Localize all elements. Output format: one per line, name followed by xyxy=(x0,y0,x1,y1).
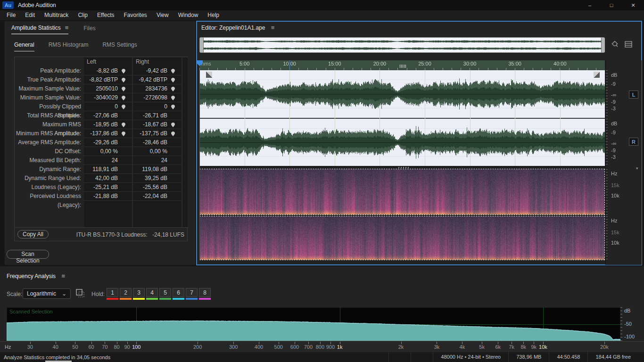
menu-help[interactable]: Help xyxy=(203,10,224,20)
menu-effects[interactable]: Effects xyxy=(92,10,119,20)
overview-left-handle[interactable] xyxy=(200,38,204,52)
ruler-tick-label: 20:00 xyxy=(369,61,390,66)
title-bar: Au Adobe Audition – □ ✕ xyxy=(0,0,644,10)
zoom-navigator-icon[interactable] xyxy=(611,40,619,49)
spectrogram-left[interactable] xyxy=(200,169,604,214)
hold-button-6[interactable]: 6 xyxy=(173,288,184,297)
copy-all-button[interactable]: Copy All xyxy=(17,230,49,239)
hold-button-5[interactable]: 5 xyxy=(159,288,171,297)
channel-button-r[interactable]: R xyxy=(629,138,638,146)
minimize-button[interactable]: – xyxy=(579,0,601,10)
app-logo-icon: Au xyxy=(2,1,14,9)
stat-value: 118,91 dB xyxy=(92,165,118,173)
location-pin-icon[interactable] xyxy=(122,95,125,100)
subtab-general[interactable]: General xyxy=(14,41,34,51)
menu-view[interactable]: View xyxy=(152,10,173,20)
menu-multitrack[interactable]: Multitrack xyxy=(40,10,73,20)
menu-file[interactable]: File xyxy=(2,10,20,20)
frequency-panel-menu-icon[interactable]: ≡ xyxy=(61,272,65,280)
hold-button-4[interactable]: 4 xyxy=(146,288,158,297)
spectral-right-selection[interactable] xyxy=(199,216,605,260)
time-ruler[interactable]: hms 5:0010:0015:0020:0025:0030:0035:0040… xyxy=(199,60,605,70)
location-pin-icon[interactable] xyxy=(122,104,125,109)
status-file-size: 738,96 MB xyxy=(508,352,549,362)
freq-tick-mark xyxy=(534,342,534,344)
location-pin-icon[interactable] xyxy=(171,131,175,136)
menu-clip[interactable]: Clip xyxy=(73,10,92,20)
editor-panel-menu-icon[interactable]: ≡ xyxy=(271,24,275,31)
location-pin-icon[interactable] xyxy=(122,68,125,73)
scan-selection-button[interactable]: Scan Selection xyxy=(7,250,49,259)
selection-handle-left-icon[interactable] xyxy=(206,72,212,78)
ruler-tick-label: 30:00 xyxy=(460,61,480,66)
location-pin-icon[interactable] xyxy=(122,122,125,127)
subtab-rms-histogram[interactable]: RMS Histogram xyxy=(49,41,89,51)
scale-value: Logarithmic xyxy=(27,290,56,297)
hold-button-7[interactable]: 7 xyxy=(186,288,198,297)
menu-bar: FileEditMultitrackClipEffectsFavoritesVi… xyxy=(0,10,644,20)
location-pin-icon[interactable] xyxy=(171,77,175,82)
location-pin-icon[interactable] xyxy=(171,86,175,91)
frequency-plot[interactable] xyxy=(7,307,620,341)
menu-edit[interactable]: Edit xyxy=(20,10,40,20)
stat-value: 2505010 xyxy=(96,84,118,93)
scanned-selection-label: Scanned Selection xyxy=(9,309,53,314)
spectral-display-options-icon[interactable] xyxy=(625,41,632,48)
spectrogram-right[interactable] xyxy=(200,216,604,260)
hold-button-8[interactable]: 8 xyxy=(199,288,211,297)
overview-right-handle[interactable] xyxy=(601,38,605,52)
freq-tick-mark xyxy=(279,342,279,344)
stats-rows: Peak Amplitude:-8,82 dB-9,42 dBTrue Peak… xyxy=(15,66,188,201)
menu-favorites[interactable]: Favorites xyxy=(119,10,152,20)
maximize-button[interactable]: □ xyxy=(601,0,622,10)
freq-tick-mark xyxy=(105,342,105,344)
location-pin-icon[interactable] xyxy=(122,86,125,91)
db-axis-ticks xyxy=(620,307,622,341)
stat-label: Maximum Sample Value: xyxy=(15,84,81,93)
location-pin-icon[interactable] xyxy=(122,77,125,82)
hz-scale-label: 15k xyxy=(611,182,619,188)
scale-label: Scale: xyxy=(7,291,22,297)
splitter-grip xyxy=(398,167,409,168)
location-pin-icon[interactable] xyxy=(171,68,175,73)
selection-handle-right-icon[interactable] xyxy=(594,72,600,78)
table-row: Dynamic Range:118,91 dB119,08 dB xyxy=(15,165,188,174)
location-pin-icon[interactable] xyxy=(122,131,125,136)
menu-window[interactable]: Window xyxy=(173,10,203,20)
freq-tick-mark xyxy=(482,342,482,344)
hold-button-1[interactable]: 1 xyxy=(107,288,118,297)
panel-menu-icon[interactable]: ≡ xyxy=(65,24,69,31)
overview-range-bar[interactable] xyxy=(199,37,605,53)
waveform-left-channel[interactable] xyxy=(199,70,605,118)
scroll-arrow-icon[interactable]: ▾ xyxy=(636,166,638,171)
stat-value: -29,26 dB xyxy=(93,138,118,147)
hold-button-2[interactable]: 2 xyxy=(120,288,132,297)
panel-tab-files[interactable]: Files xyxy=(83,24,95,34)
stat-label: Average RMS Amplitude: xyxy=(15,138,81,147)
stat-value: 24 xyxy=(112,156,118,165)
location-pin-icon[interactable] xyxy=(171,95,175,100)
location-pin-icon[interactable] xyxy=(171,122,175,127)
stat-value-cell-left: 42,00 dB xyxy=(84,174,132,183)
status-empty-cell xyxy=(411,352,433,362)
snapshot-icon[interactable] xyxy=(75,288,85,298)
hold-button-3[interactable]: 3 xyxy=(133,288,145,297)
location-pin-icon[interactable] xyxy=(171,104,175,109)
channel-button-l[interactable]: L xyxy=(629,90,638,99)
table-row: Total RMS Amplitude:-27,06 dB-26,71 dB xyxy=(15,111,188,120)
panel-tab-amplitude-statistics[interactable]: Amplitude Statistics≡ xyxy=(11,24,68,34)
hold-color-swatch xyxy=(199,298,211,300)
stat-label: Dynamic Range Used: xyxy=(15,174,81,183)
scale-dropdown[interactable]: Logarithmic ⌄ xyxy=(23,288,71,299)
stat-value-cell-right: -9,42 dB xyxy=(133,66,182,75)
subtab-rms-settings[interactable]: RMS Settings xyxy=(102,41,137,51)
ruler-tick-label: 15:00 xyxy=(324,61,345,66)
close-button[interactable]: ✕ xyxy=(622,0,644,10)
waveform-right-channel[interactable] xyxy=(199,119,605,166)
hold-color-swatch xyxy=(146,298,158,300)
freq-tick-mark xyxy=(198,342,198,344)
stat-value: -21,88 dB xyxy=(93,192,118,200)
stat-value: 24 xyxy=(161,156,167,165)
editor-tab[interactable]: Editor: Zeppelin01A1.ape ≡ xyxy=(201,24,274,31)
spectral-left-selection[interactable] xyxy=(199,169,605,215)
